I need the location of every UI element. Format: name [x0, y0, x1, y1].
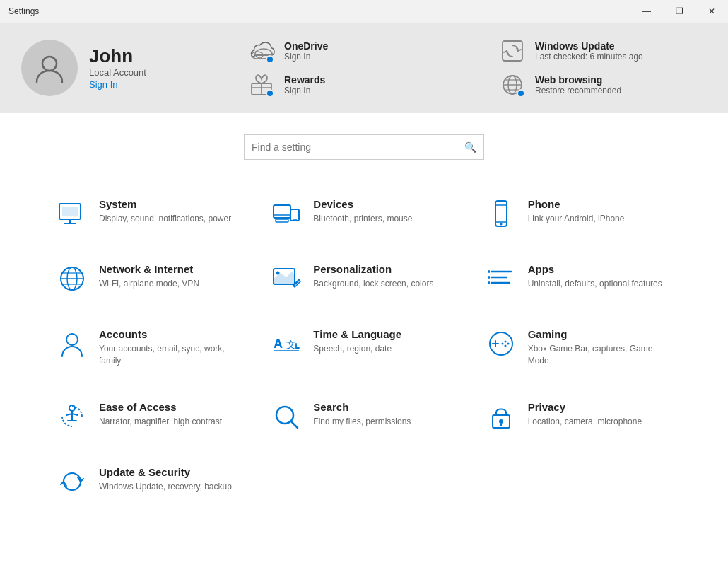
onedrive-status-dot: [266, 55, 274, 64]
network-icon: [57, 263, 88, 294]
window-controls: — ❐ ✕: [630, 0, 728, 23]
privacy-text: Privacy Location, camera, microphone: [528, 401, 642, 428]
system-icon: [57, 198, 88, 229]
settings-item-devices[interactable]: Devices Bluetooth, printers, mouse: [257, 181, 471, 246]
time-icon: A 文: [271, 328, 302, 359]
update-icon: [57, 466, 88, 497]
settings-item-apps[interactable]: Apps Uninstall, defaults, optional featu…: [471, 246, 686, 311]
personalization-text: Personalization Background, lock screen,…: [313, 263, 433, 290]
search-input[interactable]: [252, 141, 464, 153]
svg-point-46: [504, 345, 506, 347]
settings-item-search[interactable]: Search Find my files, permissions: [257, 384, 471, 449]
update-text: Update & Security Windows Update, recove…: [99, 466, 232, 493]
avatar: [21, 40, 78, 96]
time-text: Time & Language Speech, region, date: [313, 328, 401, 355]
devices-icon: [271, 198, 302, 229]
apps-icon: [486, 263, 517, 294]
web-browsing-icon: [498, 71, 527, 99]
web-browsing-status-dot: [517, 89, 525, 98]
accounts-text: Accounts Your accounts, email, sync, wor…: [99, 328, 242, 367]
ease-text: Ease of Access Narrator, magnifier, high…: [99, 401, 222, 428]
svg-text:文: 文: [286, 339, 296, 350]
svg-point-52: [499, 419, 503, 424]
minimize-button[interactable]: —: [630, 0, 663, 23]
sign-in-link[interactable]: Sign In: [89, 79, 117, 90]
accounts-icon: [57, 328, 88, 359]
svg-rect-20: [276, 219, 288, 222]
svg-line-50: [291, 421, 298, 428]
rewards-text: Rewards Sign In: [284, 74, 325, 95]
search-container: 🔍: [42, 134, 686, 160]
main-content: 🔍 System Display, sound, notifications, …: [0, 113, 728, 570]
close-button[interactable]: ✕: [695, 0, 728, 23]
svg-point-0: [42, 57, 57, 71]
web-browsing-text: Web browsing Restore recommended: [535, 74, 621, 95]
settings-item-system[interactable]: System Display, sound, notifications, po…: [42, 181, 257, 246]
svg-rect-16: [274, 205, 290, 218]
windows-update-icon: [498, 37, 527, 65]
settings-item-network[interactable]: Network & Internet Wi-Fi, airplane mode,…: [42, 246, 257, 311]
apps-text: Apps Uninstall, defaults, optional featu…: [528, 263, 662, 290]
system-text: System Display, sound, notifications, po…: [99, 198, 231, 225]
app-title: Settings: [8, 6, 39, 16]
settings-item-privacy[interactable]: Privacy Location, camera, microphone: [471, 384, 686, 449]
settings-item-phone[interactable]: Phone Link your Android, iPhone: [471, 181, 686, 246]
phone-icon: [486, 198, 517, 229]
username: John: [89, 45, 146, 67]
svg-rect-36: [488, 270, 490, 273]
personalization-icon: [271, 263, 302, 294]
rewards-icon: [247, 71, 276, 99]
rewards-status-dot: [266, 89, 274, 98]
search-icon: 🔍: [464, 141, 476, 153]
quick-link-onedrive[interactable]: OneDrive Sign In: [247, 37, 456, 65]
header: John Local Account Sign In OneDrive Sign…: [0, 23, 728, 113]
svg-point-45: [507, 343, 509, 345]
settings-item-accounts[interactable]: Accounts Your accounts, email, sync, wor…: [42, 311, 257, 384]
quick-links: OneDrive Sign In Windows Update Last che…: [247, 37, 707, 99]
settings-grid: System Display, sound, notifications, po…: [42, 181, 686, 514]
gaming-icon: [486, 328, 517, 359]
svg-point-44: [504, 341, 506, 343]
svg-rect-15: [62, 207, 78, 216]
svg-point-39: [66, 334, 78, 345]
ease-icon: [57, 401, 88, 432]
onedrive-icon: [247, 37, 276, 65]
settings-item-gaming[interactable]: Gaming Xbox Game Bar, captures, Game Mod…: [471, 311, 686, 384]
gaming-text: Gaming Xbox Game Bar, captures, Game Mod…: [528, 328, 671, 367]
svg-rect-37: [488, 276, 490, 279]
settings-item-ease[interactable]: Ease of Access Narrator, magnifier, high…: [42, 384, 257, 449]
search-box: 🔍: [244, 134, 484, 160]
onedrive-text: OneDrive Sign In: [284, 40, 328, 62]
network-text: Network & Internet Wi-Fi, airplane mode,…: [99, 263, 199, 290]
phone-text: Phone Link your Android, iPhone: [528, 198, 625, 225]
maximize-button[interactable]: ❐: [663, 0, 695, 23]
svg-text:A: A: [274, 337, 283, 351]
account-type: Local Account: [89, 67, 146, 78]
svg-point-47: [501, 343, 503, 345]
quick-link-rewards[interactable]: Rewards Sign In: [247, 71, 456, 99]
settings-item-time[interactable]: A 文 Time & Language Speech, region, date: [257, 311, 471, 384]
quick-link-windows-update[interactable]: Windows Update Last checked: 6 minutes a…: [498, 37, 707, 65]
privacy-icon: [486, 401, 517, 432]
titlebar: Settings — ❐ ✕: [0, 0, 728, 23]
devices-text: Devices Bluetooth, printers, mouse: [313, 198, 412, 225]
svg-rect-38: [488, 281, 490, 284]
profile-info: John Local Account Sign In: [89, 45, 146, 91]
svg-point-31: [276, 272, 280, 275]
quick-link-web-browsing[interactable]: Web browsing Restore recommended: [498, 71, 707, 99]
settings-item-update[interactable]: Update & Security Windows Update, recove…: [42, 449, 257, 514]
search-settings-text: Search Find my files, permissions: [313, 401, 411, 428]
profile-section: John Local Account Sign In: [21, 40, 219, 96]
svg-point-24: [500, 223, 502, 226]
windows-update-text: Windows Update Last checked: 6 minutes a…: [535, 40, 643, 62]
settings-item-personalization[interactable]: Personalization Background, lock screen,…: [257, 246, 471, 311]
search-settings-icon: [271, 401, 302, 432]
